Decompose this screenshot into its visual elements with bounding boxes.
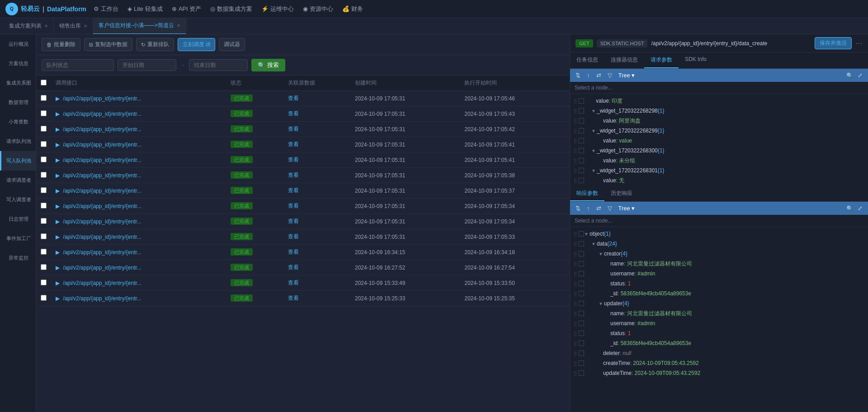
- drag-handle-icon[interactable]: ⣿: [574, 168, 577, 173]
- source-link[interactable]: 查看: [288, 249, 299, 255]
- drag-handle-icon[interactable]: ⣿: [574, 261, 577, 266]
- play-icon[interactable]: ▶: [56, 126, 60, 133]
- play-icon[interactable]: ▶: [56, 218, 60, 225]
- drag-handle-icon[interactable]: ⣿: [574, 158, 577, 163]
- play-icon[interactable]: ▶: [56, 95, 60, 102]
- row-checkbox[interactable]: [41, 264, 47, 270]
- tree-checkbox[interactable]: [579, 118, 584, 123]
- nav-item-api[interactable]: ⊕API 资产: [172, 5, 202, 13]
- schedule-button[interactable]: 立刻调度 dt: [178, 38, 215, 51]
- resp-expand-all-icon[interactable]: ⇅: [574, 204, 582, 213]
- select-all-checkbox[interactable]: [41, 80, 47, 85]
- tree-checkbox[interactable]: [579, 301, 584, 306]
- tree-checkbox[interactable]: [579, 128, 584, 133]
- sidebar-item-write-scheduler[interactable]: 写入调度者: [0, 190, 36, 209]
- interface-link[interactable]: /api/v2/app/{app_id}/entry/{entr...: [63, 203, 141, 209]
- nav-item-lite[interactable]: ◈Lite 轻集成: [127, 5, 163, 13]
- sidebar-item-event-factory[interactable]: 事件加工厂: [0, 229, 36, 248]
- collapse-all-icon[interactable]: ↑: [585, 71, 592, 80]
- drag-handle-icon[interactable]: ⣿: [574, 128, 577, 133]
- play-icon[interactable]: ▶: [56, 295, 60, 302]
- tree-node[interactable]: ⣿ value : 阿里询盘: [570, 116, 868, 126]
- source-link[interactable]: 查看: [288, 187, 299, 194]
- source-link[interactable]: 查看: [288, 279, 299, 286]
- nav-item-finance[interactable]: 💰财务: [342, 5, 363, 13]
- end-date-filter[interactable]: [189, 59, 248, 71]
- row-checkbox[interactable]: [41, 172, 47, 178]
- tree-node[interactable]: ⣿ name : 河北雷曼过滤器材有限公司: [570, 308, 868, 318]
- tree-node[interactable]: ⣿ ▼ updater {4}: [570, 298, 868, 308]
- tree-node[interactable]: ⣿ ▼ creator {4}: [570, 249, 868, 259]
- tree-checkbox[interactable]: [579, 350, 584, 356]
- play-icon[interactable]: ▶: [56, 265, 60, 271]
- tree-node[interactable]: ⣿ username : #admin: [570, 269, 868, 279]
- drag-handle-icon[interactable]: ⣿: [574, 331, 577, 336]
- tree-node[interactable]: ⣿ username : #admin: [570, 318, 868, 328]
- tree-checkbox[interactable]: [579, 360, 584, 366]
- tab-sdk-info[interactable]: SDK Info: [679, 52, 713, 68]
- interface-link[interactable]: /api/v2/app/{app_id}/entry/{entr...: [63, 157, 141, 163]
- nav-item-datasolution[interactable]: ◎数据集成方案: [210, 5, 252, 13]
- source-link[interactable]: 查看: [288, 295, 299, 301]
- row-checkbox[interactable]: [41, 218, 47, 224]
- interface-link[interactable]: /api/v2/app/{app_id}/entry/{entr...: [63, 265, 141, 271]
- tab-solution-list[interactable]: 集成方案列表 ✕: [4, 18, 54, 34]
- drag-handle-icon[interactable]: ⣿: [574, 281, 577, 286]
- nav-item-ops[interactable]: ⚡运维中心: [261, 5, 294, 13]
- tree-checkbox[interactable]: [579, 251, 584, 256]
- tree-expand-icon[interactable]: ▼: [591, 242, 596, 246]
- tree-node[interactable]: ⣿ value : 无: [570, 175, 868, 185]
- debug-button[interactable]: 调试器: [219, 38, 245, 51]
- row-checkbox[interactable]: [41, 203, 47, 208]
- tab-close-sales[interactable]: ✕: [84, 24, 87, 28]
- source-link[interactable]: 查看: [288, 264, 299, 270]
- play-icon[interactable]: ▶: [56, 280, 60, 286]
- tab-customer[interactable]: 客户信息对接-小满——>简道云 ✕: [93, 18, 186, 34]
- tree-checkbox[interactable]: [579, 108, 584, 114]
- interface-link[interactable]: /api/v2/app/{app_id}/entry/{entr...: [63, 280, 141, 286]
- request-tree-search-icon[interactable]: 🔍: [846, 72, 853, 79]
- queue-status-filter[interactable]: [42, 59, 114, 71]
- sidebar-item-overview[interactable]: 运行概况: [0, 34, 36, 54]
- tab-task-info[interactable]: 任务信息: [570, 52, 604, 68]
- tree-expand-icon[interactable]: ▼: [584, 232, 589, 237]
- tree-checkbox[interactable]: [579, 241, 584, 246]
- drag-handle-icon[interactable]: ⣿: [574, 251, 577, 256]
- row-checkbox[interactable]: [41, 126, 47, 132]
- sidebar-item-solution-info[interactable]: 方案信息: [0, 54, 36, 73]
- interface-link[interactable]: /api/v2/app/{app_id}/entry/{entr...: [63, 249, 141, 256]
- tab-close-solution[interactable]: ✕: [44, 24, 48, 28]
- tree-checkbox[interactable]: [579, 148, 584, 153]
- row-checkbox[interactable]: [41, 233, 47, 239]
- interface-link[interactable]: /api/v2/app/{app_id}/entry/{entr...: [63, 172, 141, 179]
- drag-handle-icon[interactable]: ⣿: [574, 109, 577, 114]
- drag-handle-icon[interactable]: ⣿: [574, 371, 577, 376]
- play-icon[interactable]: ▶: [56, 142, 60, 148]
- interface-link[interactable]: /api/v2/app/{app_id}/entry/{entr...: [63, 234, 141, 240]
- drag-handle-icon[interactable]: ⣿: [574, 232, 577, 237]
- tree-node[interactable]: ⣿ updateTime : 2024-10-09T09:05:43.2592: [570, 368, 868, 378]
- row-checkbox[interactable]: [41, 156, 47, 162]
- interface-link[interactable]: /api/v2/app/{app_id}/entry/{entr...: [63, 95, 141, 102]
- interface-link[interactable]: /api/v2/app/{app_id}/entry/{entr...: [63, 142, 141, 148]
- tab-history-response[interactable]: 历史响应: [604, 186, 639, 201]
- play-icon[interactable]: ▶: [56, 234, 60, 240]
- source-link[interactable]: 查看: [288, 172, 299, 178]
- copy-selected-button[interactable]: ⧉ 复制选中数据: [84, 38, 132, 51]
- tree-node[interactable]: ⣿ status : 1: [570, 279, 868, 289]
- source-link[interactable]: 查看: [288, 95, 299, 101]
- play-icon[interactable]: ▶: [56, 188, 60, 194]
- tree-expand-icon[interactable]: ▼: [591, 148, 596, 153]
- source-link[interactable]: 查看: [288, 141, 299, 147]
- tree-node[interactable]: ⣿ ▼ _widget_1720322268299 {1}: [570, 126, 868, 136]
- tree-checkbox[interactable]: [579, 178, 584, 183]
- response-tree-search-icon[interactable]: 🔍: [846, 205, 853, 212]
- row-checkbox[interactable]: [41, 249, 47, 255]
- sidebar-item-integration-map[interactable]: 集成关系图: [0, 73, 36, 93]
- sidebar-item-anomaly[interactable]: 异常监控: [0, 248, 36, 268]
- tree-node[interactable]: ⣿ ▼ _widget_1720322268298 {1}: [570, 106, 868, 116]
- tree-checkbox[interactable]: [579, 291, 584, 296]
- drag-handle-icon[interactable]: ⣿: [574, 138, 577, 143]
- interface-link[interactable]: /api/v2/app/{app_id}/entry/{entr...: [63, 188, 141, 194]
- tree-node[interactable]: ⣿ value : 印度: [570, 96, 868, 106]
